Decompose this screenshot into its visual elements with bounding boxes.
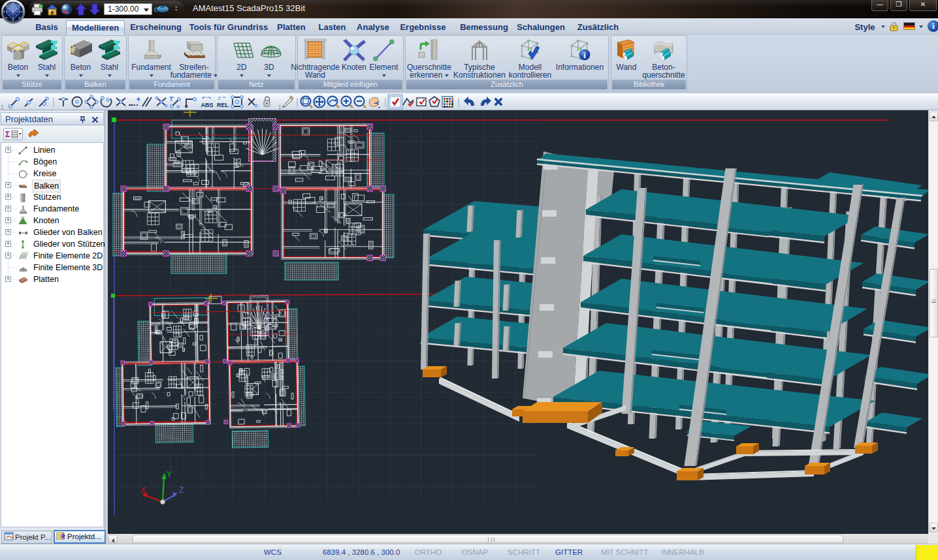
svg-text:i: i [583, 50, 586, 60]
svg-text:ABS: ABS [201, 102, 213, 108]
svg-text:REL: REL [217, 102, 229, 108]
svg-text:Z: Z [179, 486, 184, 495]
svg-text:φ: φ [176, 103, 180, 109]
svg-text:Y: Y [167, 470, 172, 479]
svg-text:X: X [140, 486, 146, 495]
svg-text:Σ: Σ [5, 130, 10, 139]
